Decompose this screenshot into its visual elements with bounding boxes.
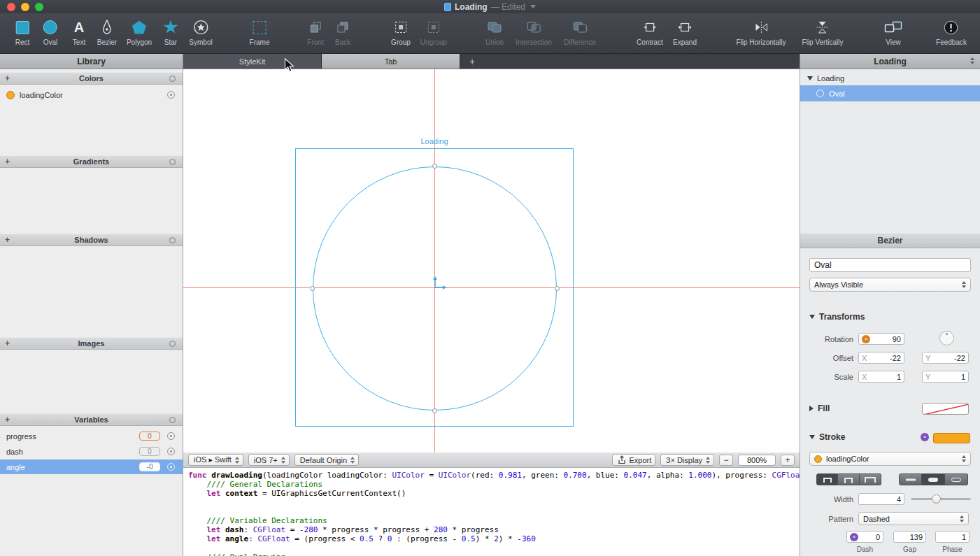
drawing-canvas[interactable]: Loading: [183, 69, 800, 452]
stroke-position-center-button[interactable]: [838, 473, 860, 485]
fill-color-well[interactable]: [922, 403, 969, 415]
offset-x-field[interactable]: X -22: [858, 352, 904, 364]
transforms-group-title[interactable]: Transforms: [809, 312, 865, 322]
inspector-header-stepper[interactable]: [970, 57, 974, 64]
variable-binding-badge-icon[interactable]: ×: [862, 335, 870, 343]
fill-group-title[interactable]: Fill: [809, 404, 830, 413]
pattern-popup[interactable]: Dashed: [858, 512, 969, 525]
shadows-toggle-icon[interactable]: [169, 237, 176, 243]
control-point-left[interactable]: [310, 286, 315, 291]
width-field[interactable]: 4: [858, 493, 904, 505]
toolbar-feedback[interactable]: Feedback: [936, 17, 967, 46]
offset-y-field[interactable]: Y -22: [922, 352, 969, 364]
platform-popup[interactable]: iOS 7+: [248, 454, 290, 466]
dash-field[interactable]: × 0: [846, 531, 883, 543]
add-image-button[interactable]: +: [5, 338, 10, 350]
artboard-label[interactable]: Loading: [295, 137, 574, 145]
color-uses-icon[interactable]: [167, 91, 175, 99]
tool-contract[interactable]: Contract: [637, 17, 663, 46]
tool-group[interactable]: Group: [391, 17, 411, 46]
images-toggle-icon[interactable]: [169, 341, 176, 347]
variables-toggle-icon[interactable]: [169, 417, 176, 423]
variable-uses-icon[interactable]: [167, 463, 175, 471]
stroke-group-title[interactable]: Stroke: [809, 432, 845, 442]
display-scale-popup[interactable]: 3× Display: [660, 454, 714, 466]
variable-value-dash[interactable]: 0: [139, 447, 160, 456]
variable-row-dash[interactable]: dash 0: [0, 444, 183, 459]
stroke-position-outer-button[interactable]: [860, 473, 881, 485]
tool-intersection[interactable]: Intersection: [516, 17, 552, 46]
variable-row-angle[interactable]: angle -0: [0, 459, 183, 474]
tab-stylekit[interactable]: StyleKit: [183, 54, 322, 69]
variable-uses-icon[interactable]: [167, 432, 175, 440]
variable-row-progress[interactable]: progress 0: [0, 429, 183, 443]
tool-flip-vertically[interactable]: Flip Vertically: [802, 17, 844, 46]
control-point-top[interactable]: [432, 164, 437, 169]
stroke-color-well[interactable]: [933, 433, 970, 443]
tool-back[interactable]: Back: [335, 17, 350, 46]
zoom-out-button[interactable]: −: [719, 455, 733, 466]
control-point-right[interactable]: [555, 286, 560, 291]
cap-square-button[interactable]: [945, 473, 968, 485]
tool-rect[interactable]: Rect: [15, 17, 30, 46]
tree-item-oval[interactable]: Oval: [800, 85, 980, 101]
variable-binding-badge-icon[interactable]: ×: [850, 533, 858, 541]
tool-difference[interactable]: Difference: [564, 17, 595, 46]
cap-round-button[interactable]: [922, 473, 945, 485]
add-variable-button[interactable]: +: [5, 414, 10, 426]
slider-thumb[interactable]: [932, 494, 941, 504]
origin-popup[interactable]: Default Origin: [294, 454, 359, 466]
tool-front[interactable]: Front: [307, 17, 323, 46]
add-color-button[interactable]: +: [5, 73, 10, 85]
disclosure-triangle-icon[interactable]: [807, 76, 813, 80]
visibility-popup[interactable]: Always Visible: [809, 278, 971, 292]
gradients-toggle-icon[interactable]: [169, 159, 176, 165]
tool-union[interactable]: Union: [485, 17, 504, 46]
tool-bezier[interactable]: Bezier: [97, 17, 117, 46]
title-menu-chevron-icon[interactable]: [530, 5, 536, 8]
language-popup[interactable]: iOS ▸ Swift: [188, 454, 243, 466]
tool-ungroup[interactable]: Ungroup: [420, 17, 447, 46]
center-anchor-icon[interactable]: [427, 275, 449, 293]
zoom-button[interactable]: [35, 3, 43, 11]
variable-uses-icon[interactable]: [167, 448, 175, 455]
stroke-color-popup[interactable]: loadingColor: [809, 452, 971, 466]
rotation-field[interactable]: × 90: [858, 333, 904, 345]
rotation-knob[interactable]: [939, 331, 954, 345]
gap-field[interactable]: 139: [893, 531, 926, 543]
close-button[interactable]: [7, 3, 15, 11]
toolbar-view[interactable]: View: [884, 17, 902, 46]
control-point-bottom[interactable]: [432, 408, 437, 413]
tool-star[interactable]: Star: [163, 17, 178, 46]
add-tab-button[interactable]: +: [460, 54, 484, 69]
tree-item-loading[interactable]: Loading: [800, 73, 980, 84]
variable-binding-badge-icon[interactable]: ×: [921, 433, 929, 441]
variable-value-progress[interactable]: 0: [139, 432, 160, 441]
tool-frame[interactable]: Frame: [250, 17, 270, 46]
zoom-level[interactable]: 800%: [738, 455, 776, 466]
tool-expand[interactable]: Expand: [673, 17, 697, 46]
tool-oval[interactable]: Oval: [43, 17, 58, 46]
scale-y-field[interactable]: Y 1: [922, 371, 969, 383]
color-item-loadingcolor[interactable]: loadingColor: [0, 87, 183, 102]
add-shadow-button[interactable]: +: [5, 234, 10, 246]
tab-tab[interactable]: Tab: [322, 54, 460, 69]
ungroup-icon: [427, 17, 441, 37]
variable-value-angle[interactable]: -0: [139, 462, 160, 471]
tool-text[interactable]: A Text: [73, 17, 85, 46]
oval-tool-icon: [43, 17, 57, 37]
tool-flip-horizontally[interactable]: Flip Horizontally: [736, 17, 786, 46]
colors-toggle-icon[interactable]: [169, 76, 176, 82]
cap-butt-button[interactable]: [899, 473, 922, 485]
width-slider[interactable]: [911, 494, 971, 504]
add-gradient-button[interactable]: +: [5, 156, 10, 168]
shape-name-input[interactable]: [809, 258, 971, 272]
minimize-button[interactable]: [21, 3, 29, 11]
scale-x-field[interactable]: X 1: [858, 371, 904, 383]
zoom-in-button[interactable]: +: [781, 455, 795, 466]
stroke-position-inner-button[interactable]: [816, 473, 838, 485]
tool-polygon[interactable]: Polygon: [127, 17, 152, 46]
export-button[interactable]: Export: [612, 454, 656, 466]
tool-symbol[interactable]: Symbol: [189, 17, 212, 46]
phase-field[interactable]: 1: [935, 531, 970, 543]
